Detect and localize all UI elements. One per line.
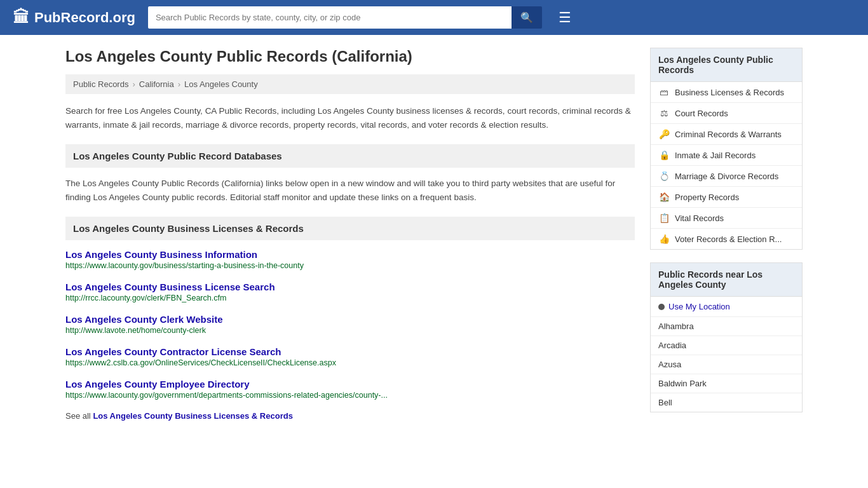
record-link-title[interactable]: Los Angeles County Business Information — [65, 249, 257, 260]
record-link-block: Los Angeles County Business License Sear… — [65, 281, 635, 302]
sidebar-category-item[interactable]: 📋Vital Records — [651, 208, 802, 229]
category-label: Criminal Records & Warrants — [675, 130, 782, 139]
nearby-city-item[interactable]: Azusa — [651, 355, 802, 374]
sidebar-category-item[interactable]: 💍Marriage & Divorce Records — [651, 166, 802, 187]
category-icon: 🔑 — [658, 129, 670, 139]
record-links-list: Los Angeles County Business Information … — [65, 249, 635, 400]
category-label: Voter Records & Election R... — [675, 234, 782, 244]
databases-section-body: The Los Angeles County Public Records (C… — [65, 177, 635, 204]
nearby-city-item[interactable]: Arcadia — [651, 336, 802, 355]
category-icon: 💍 — [658, 171, 670, 181]
record-categories-list: 🗃Business Licenses & Records⚖Court Recor… — [651, 82, 802, 249]
page-description: Search for free Los Angeles County, CA P… — [65, 104, 635, 132]
breadcrumb: Public Records › California › Los Angele… — [65, 74, 635, 94]
record-link-title[interactable]: Los Angeles County Business License Sear… — [65, 281, 275, 292]
breadcrumb-california[interactable]: California — [139, 79, 174, 89]
business-section-header: Los Angeles County Business Licenses & R… — [65, 217, 635, 240]
record-link-title[interactable]: Los Angeles County Contractor License Se… — [65, 346, 281, 357]
sidebar-category-item[interactable]: 👍Voter Records & Election R... — [651, 229, 802, 249]
search-bar: 🔍 — [148, 6, 542, 29]
category-label: Court Records — [675, 109, 728, 118]
menu-button[interactable]: ☰ — [559, 10, 571, 26]
record-link-url: http://rrcc.lacounty.gov/clerk/FBN_Searc… — [65, 294, 635, 302]
records-sidebar-box: Los Angeles County Public Records 🗃Busin… — [650, 48, 803, 250]
sidebar-category-item[interactable]: 🏠Property Records — [651, 187, 802, 208]
record-link-url: http://www.lavote.net/home/county-clerk — [65, 326, 635, 335]
breadcrumb-public-records[interactable]: Public Records — [73, 79, 128, 89]
sidebar-category-item[interactable]: ⚖Court Records — [651, 103, 802, 124]
search-icon: 🔍 — [520, 12, 533, 23]
category-icon: 🗃 — [658, 87, 670, 97]
record-link-title[interactable]: Los Angeles County Employee Directory — [65, 379, 250, 390]
page-container: Los Angeles County Public Records (Calif… — [53, 35, 815, 438]
nearby-cities-list: AlhambraArcadiaAzusaBaldwin ParkBell — [651, 317, 802, 412]
see-all-prefix: See all — [65, 411, 91, 421]
nearby-city-item[interactable]: Bell — [651, 393, 802, 412]
record-link-block: Los Angeles County Contractor License Se… — [65, 346, 635, 367]
site-header: 🏛 PubRecord.org 🔍 ☰ — [0, 0, 868, 35]
location-dot-icon — [658, 304, 665, 310]
databases-section-header: Los Angeles County Public Record Databas… — [65, 144, 635, 168]
category-icon: 👍 — [658, 234, 670, 244]
record-link-url: https://www.lacounty.gov/government/depa… — [65, 391, 635, 400]
category-icon: 🏠 — [658, 192, 670, 202]
see-all-line: See all Los Angeles County Business Lice… — [65, 411, 635, 421]
breadcrumb-sep-2: › — [178, 79, 180, 89]
category-label: Property Records — [675, 193, 739, 202]
record-link-url: https://www2.cslb.ca.gov/OnlineServices/… — [65, 358, 635, 367]
sidebar-category-item[interactable]: 🔒Inmate & Jail Records — [651, 145, 802, 166]
record-link-block: Los Angeles County Business Information … — [65, 249, 635, 270]
record-link-block: Los Angeles County Clerk Website http://… — [65, 314, 635, 335]
menu-icon: ☰ — [559, 10, 571, 25]
breadcrumb-county: Los Angeles County — [184, 79, 258, 89]
records-box-title: Los Angeles County Public Records — [651, 48, 802, 82]
page-title: Los Angeles County Public Records (Calif… — [65, 48, 635, 65]
use-location-button[interactable]: Use My Location — [651, 297, 802, 317]
nearby-city-item[interactable]: Baldwin Park — [651, 374, 802, 393]
category-icon: 📋 — [658, 213, 670, 223]
category-icon: 🔒 — [658, 150, 670, 160]
record-link-title[interactable]: Los Angeles County Clerk Website — [65, 314, 223, 325]
use-location-label: Use My Location — [668, 302, 730, 311]
see-all-link[interactable]: Los Angeles County Business Licenses & R… — [93, 411, 293, 421]
main-content: Los Angeles County Public Records (Calif… — [65, 48, 635, 425]
category-label: Vital Records — [675, 214, 724, 223]
breadcrumb-sep-1: › — [132, 79, 135, 89]
category-label: Marriage & Divorce Records — [675, 172, 778, 181]
category-icon: ⚖ — [658, 108, 670, 118]
logo-text: PubRecord.org — [34, 10, 135, 26]
nearby-box-title: Public Records near Los Angeles County — [651, 263, 802, 297]
record-link-block: Los Angeles County Employee Directory ht… — [65, 379, 635, 400]
category-label: Inmate & Jail Records — [675, 151, 756, 160]
category-label: Business Licenses & Records — [675, 88, 784, 97]
sidebar-category-item[interactable]: 🔑Criminal Records & Warrants — [651, 124, 802, 145]
sidebar: Los Angeles County Public Records 🗃Busin… — [650, 48, 803, 425]
building-icon: 🏛 — [13, 8, 29, 27]
nearby-city-item[interactable]: Alhambra — [651, 317, 802, 336]
nearby-sidebar-box: Public Records near Los Angeles County U… — [650, 262, 803, 412]
sidebar-category-item[interactable]: 🗃Business Licenses & Records — [651, 82, 802, 103]
search-input[interactable] — [148, 6, 512, 29]
site-logo[interactable]: 🏛 PubRecord.org — [13, 8, 135, 27]
record-link-url: https://www.lacounty.gov/business/starti… — [65, 261, 635, 270]
search-button[interactable]: 🔍 — [512, 6, 542, 29]
